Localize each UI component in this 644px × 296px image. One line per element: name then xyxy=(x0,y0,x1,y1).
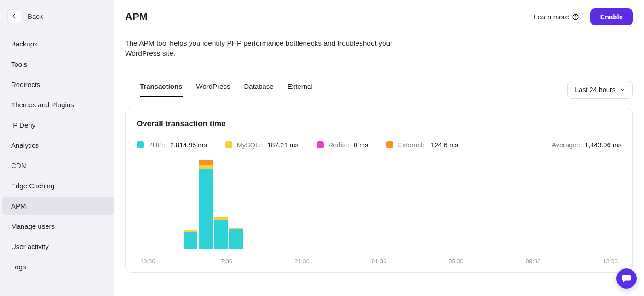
legend-item-mysql: MySQL:: 187.21 ms xyxy=(225,141,299,149)
help-circle-icon xyxy=(572,13,579,21)
legend-label: MySQL:: xyxy=(237,141,263,149)
legend-item-external: External:: 124.6 ms xyxy=(386,141,458,149)
legend-swatch xyxy=(225,141,232,148)
back-button[interactable] xyxy=(7,9,21,23)
sidebar-item-cdn[interactable]: CDN xyxy=(2,156,114,175)
bar-segment-php xyxy=(229,229,243,249)
average-value: 1,443.96 ms xyxy=(585,141,621,149)
sidebar-item-analytics[interactable]: Analytics xyxy=(2,136,114,155)
legend-item-php: PHP:: 2,814.95 ms xyxy=(137,141,207,149)
chart-bar xyxy=(214,217,228,249)
sidebar-item-manage-users[interactable]: Manage users xyxy=(2,217,114,236)
svg-point-1 xyxy=(575,18,575,18)
learn-more-label: Learn more xyxy=(534,13,569,21)
x-axis-tick: 01:36 xyxy=(372,258,387,265)
chart-title: Overall transaction time xyxy=(137,119,621,128)
learn-more-link[interactable]: Learn more xyxy=(534,13,579,21)
legend-swatch xyxy=(386,141,393,148)
bar-segment-mysql xyxy=(199,165,213,169)
page-title: APM xyxy=(125,11,148,23)
chart-bar xyxy=(199,160,213,249)
sidebar-item-backups[interactable]: Backups xyxy=(2,35,114,53)
x-axis-tick: 09:36 xyxy=(526,258,541,265)
legend-average: Average:: 1,443.96 ms xyxy=(552,141,621,149)
page-description: The APM tool helps you identify PHP perf… xyxy=(125,38,397,59)
chart-bar xyxy=(184,230,197,249)
tab-database[interactable]: Database xyxy=(244,82,273,97)
legend-value: 0 ms xyxy=(354,141,368,149)
time-range-select[interactable]: Last 24 hours xyxy=(567,81,633,99)
sidebar-item-apm[interactable]: APM xyxy=(2,197,114,215)
chart-x-axis: 13:3617:3621:3601:3605:3609:3613:36 xyxy=(137,258,621,265)
sidebar-item-tools[interactable]: Tools xyxy=(2,55,114,74)
sidebar: Back BackupsToolsRedirectsThemes and Plu… xyxy=(0,0,114,296)
controls-row: TransactionsWordPressDatabaseExternal La… xyxy=(125,81,633,99)
bar-segment-php xyxy=(214,220,228,249)
tab-external[interactable]: External xyxy=(288,82,313,97)
enable-button[interactable]: Enable xyxy=(590,8,633,25)
chart-card: Overall transaction time PHP:: 2,814.95 … xyxy=(125,108,633,273)
chart-area: 13:3617:3621:3601:3605:3609:3613:36 xyxy=(137,158,621,265)
legend-value: 2,814.95 ms xyxy=(170,141,207,149)
legend-swatch xyxy=(137,141,144,148)
bar-segment-php xyxy=(184,232,197,249)
chat-widget[interactable] xyxy=(616,268,637,289)
legend-label: Redis:: xyxy=(328,141,349,149)
back-label: Back xyxy=(28,12,43,20)
sidebar-item-redirects[interactable]: Redirects xyxy=(2,75,114,94)
main-content: APM Learn more Enable The APM tool helps… xyxy=(114,0,644,296)
chevron-down-icon xyxy=(620,87,625,92)
x-axis-tick: 13:36 xyxy=(140,258,155,265)
legend-label: External:: xyxy=(398,141,426,149)
sidebar-item-user-activity[interactable]: User activity xyxy=(2,237,114,256)
page-header: APM Learn more Enable xyxy=(125,8,633,25)
tab-wordpress[interactable]: WordPress xyxy=(196,82,230,97)
sidebar-item-ip-deny[interactable]: IP Deny xyxy=(2,116,114,134)
chat-icon xyxy=(621,273,632,284)
tabs: TransactionsWordPressDatabaseExternal xyxy=(125,82,313,97)
x-axis-tick: 21:36 xyxy=(294,258,310,265)
legend-item-redis: Redis:: 0 ms xyxy=(317,141,368,149)
time-range-label: Last 24 hours xyxy=(575,86,615,93)
back-row: Back xyxy=(0,6,114,33)
chart-bars xyxy=(184,158,644,249)
arrow-left-icon xyxy=(11,13,17,19)
legend-value: 187.21 ms xyxy=(267,141,299,149)
chart-bar xyxy=(229,228,243,249)
bar-segment-external xyxy=(199,160,213,165)
average-label: Average:: xyxy=(552,141,580,149)
header-actions: Learn more Enable xyxy=(534,8,633,25)
bar-segment-php xyxy=(199,169,213,249)
chart-legend: PHP:: 2,814.95 msMySQL:: 187.21 msRedis:… xyxy=(137,141,621,149)
legend-value: 124.6 ms xyxy=(431,141,459,149)
legend-swatch xyxy=(317,141,324,148)
tab-transactions[interactable]: Transactions xyxy=(140,82,183,97)
sidebar-item-logs[interactable]: Logs xyxy=(2,257,114,276)
sidebar-item-edge-caching[interactable]: Edge Caching xyxy=(2,176,114,195)
x-axis-tick: 05:36 xyxy=(448,258,464,265)
x-axis-tick: 13:36 xyxy=(603,258,618,265)
x-axis-tick: 17:36 xyxy=(218,258,233,265)
sidebar-item-themes-and-plugins[interactable]: Themes and Plugins xyxy=(2,95,114,114)
legend-label: PHP:: xyxy=(148,141,166,149)
